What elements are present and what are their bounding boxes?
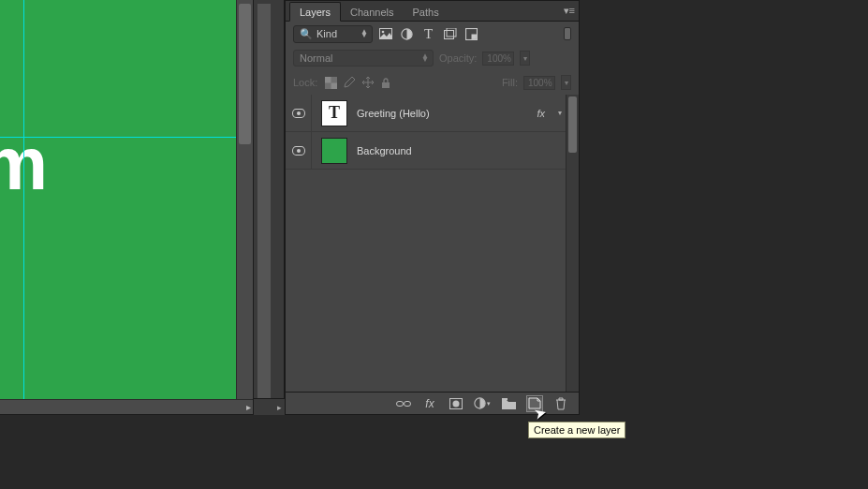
visibility-toggle[interactable]	[286, 95, 312, 131]
svg-rect-4	[447, 28, 456, 37]
filter-kind-dropdown[interactable]: 🔍 Kind ▲▼	[293, 25, 373, 43]
guide-vertical[interactable]	[23, 0, 24, 400]
guide-horizontal[interactable]	[0, 137, 237, 138]
svg-rect-9	[331, 82, 338, 89]
zoom-corner[interactable]: ▸	[254, 398, 285, 415]
layer-row[interactable]: Background	[286, 132, 579, 170]
group-icon[interactable]	[500, 395, 517, 412]
lock-position-icon[interactable]	[361, 76, 375, 89]
artwork-text: I m	[0, 56, 42, 197]
lock-pixels-icon[interactable]	[343, 76, 356, 89]
opacity-value[interactable]: 100%	[482, 52, 514, 66]
layer-thumbnail-type[interactable]: T	[321, 100, 347, 126]
layer-list: T Greeting (Hello) fx ▾ Background	[286, 95, 579, 392]
svg-rect-11	[397, 401, 404, 406]
filter-smartobject-icon[interactable]	[464, 27, 478, 41]
tab-layers[interactable]: Layers	[289, 2, 341, 22]
filter-pixel-icon[interactable]	[378, 27, 392, 41]
eye-icon	[292, 146, 305, 156]
svg-rect-3	[444, 31, 453, 39]
svg-rect-8	[325, 77, 331, 83]
blend-row: Normal ▲▼ Opacity: 100% ▾	[286, 46, 579, 70]
panel-menu-icon[interactable]: ▾≡	[564, 5, 575, 17]
layer-name[interactable]: Greeting (Hello)	[357, 108, 527, 119]
search-icon: 🔍	[300, 28, 313, 40]
filter-shape-icon[interactable]	[443, 27, 457, 41]
ruler[interactable]	[257, 4, 271, 398]
layer-scrollbar[interactable]	[566, 95, 579, 392]
blend-mode-dropdown[interactable]: Normal ▲▼	[293, 50, 434, 67]
document-window: I m ▸	[0, 0, 254, 415]
tab-paths[interactable]: Paths	[404, 3, 449, 21]
filter-toggle-switch[interactable]	[564, 27, 571, 40]
ruler-strip: ▸	[254, 0, 285, 415]
eye-icon	[292, 109, 305, 118]
layer-scrollbar-thumb[interactable]	[568, 96, 577, 153]
lock-all-icon[interactable]	[380, 77, 391, 89]
adjustment-layer-icon[interactable]: ▾	[474, 395, 491, 412]
layer-mask-icon[interactable]	[448, 395, 464, 412]
svg-rect-10	[382, 82, 390, 88]
layer-name[interactable]: Background	[357, 145, 562, 156]
lock-label: Lock:	[293, 77, 317, 88]
fx-expand-icon[interactable]: ▾	[558, 109, 562, 117]
vertical-scrollbar-thumb[interactable]	[239, 4, 251, 144]
fill-flyout-icon[interactable]: ▾	[561, 75, 571, 90]
svg-rect-12	[405, 401, 411, 406]
scroll-right-icon[interactable]: ▸	[246, 402, 251, 412]
opacity-label: Opacity:	[439, 52, 477, 64]
svg-rect-6	[472, 34, 477, 38]
horizontal-scrollbar[interactable]: ▸	[0, 399, 253, 414]
panel-footer: fx ▾	[286, 392, 579, 414]
link-layers-icon[interactable]	[395, 395, 412, 412]
lock-row: Lock: Fill: 100% ▾	[286, 70, 579, 95]
fill-value[interactable]: 100%	[523, 76, 555, 90]
new-layer-icon[interactable]	[526, 395, 543, 412]
fill-label: Fill:	[502, 77, 518, 88]
visibility-toggle[interactable]	[286, 132, 312, 169]
opacity-flyout-icon[interactable]: ▾	[520, 51, 530, 66]
svg-point-1	[381, 31, 384, 34]
tab-channels[interactable]: Channels	[341, 3, 403, 21]
delete-layer-icon[interactable]	[552, 395, 569, 412]
filter-adjustment-icon[interactable]	[400, 27, 414, 41]
layer-filter-row: 🔍 Kind ▲▼ T	[286, 22, 579, 46]
tooltip: Create a new layer	[528, 422, 625, 438]
filter-icons: T	[378, 27, 478, 41]
layer-thumbnail-bg[interactable]	[321, 138, 347, 164]
svg-point-14	[453, 400, 460, 407]
filter-type-icon[interactable]: T	[421, 27, 435, 41]
canvas-content[interactable]: I m	[0, 0, 237, 400]
layer-row[interactable]: T Greeting (Hello) fx ▾	[286, 95, 579, 132]
fx-indicator[interactable]: fx	[537, 108, 545, 119]
layer-style-icon[interactable]: fx	[421, 395, 438, 412]
vertical-scrollbar[interactable]	[236, 0, 253, 399]
panel-tabs: Layers Channels Paths ▾≡	[286, 1, 579, 22]
layers-panel: Layers Channels Paths ▾≡ 🔍 Kind ▲▼ T	[285, 0, 580, 415]
lock-transparency-icon[interactable]	[325, 77, 337, 89]
